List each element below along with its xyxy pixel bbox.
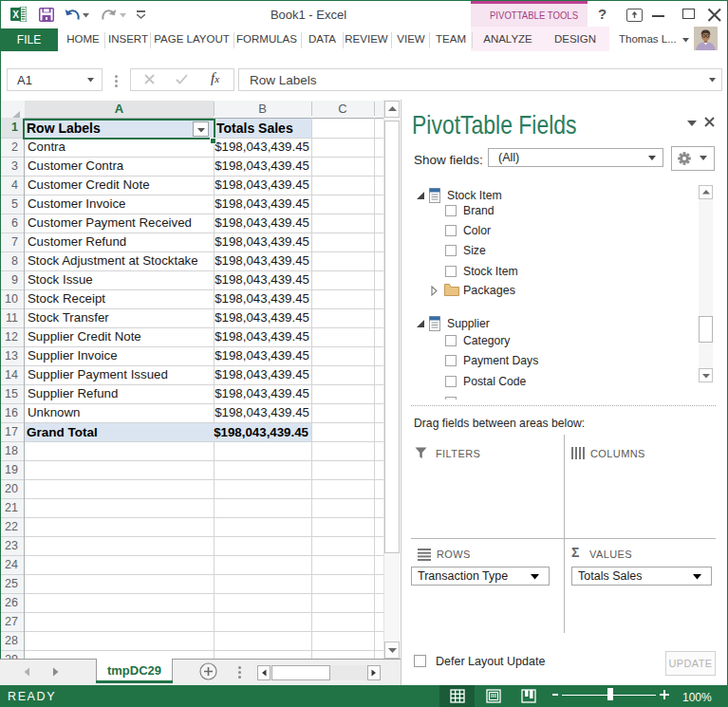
- svg-text:X: X: [12, 9, 19, 20]
